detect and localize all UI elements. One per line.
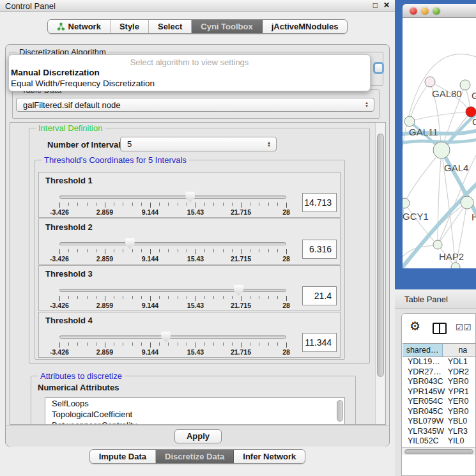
network-edge[interactable] xyxy=(404,203,438,245)
threshold-1-slider[interactable]: -3.4262.8599.14415.4321.71528 xyxy=(59,192,286,216)
cell-name[interactable]: YDR2 xyxy=(445,367,476,378)
slider-thumb[interactable] xyxy=(234,285,243,296)
threshold-2-value-field[interactable]: 6.316 xyxy=(302,240,337,259)
network-graph: GAL80GACGAL11GAL4GCY1HHAP2 xyxy=(403,18,476,268)
cell-shared-name[interactable]: YDL19… xyxy=(403,357,445,367)
gear-icon[interactable]: ⚙ xyxy=(410,319,420,334)
settings-scroll-area: Interval Definition Number of Intervals … xyxy=(10,122,386,425)
cell-shared-name[interactable]: YBR043C xyxy=(403,377,445,387)
menu-item-equal-width-frequency[interactable]: Equal Width/Frequency Discretization xyxy=(9,78,370,89)
cell-shared-name[interactable]: YER054C xyxy=(403,397,445,407)
slider-thumb[interactable] xyxy=(125,238,135,249)
cell-shared-name[interactable]: YLR345W xyxy=(403,427,445,437)
numerical-attributes-list[interactable]: SelfLoopsTopologicalCoefficientBetweenne… xyxy=(45,397,345,425)
slider-major-tick xyxy=(196,296,196,301)
table-row[interactable]: YDL19…YDL1 xyxy=(403,357,476,367)
slider-minor-tick xyxy=(77,296,78,299)
network-node[interactable] xyxy=(425,77,435,87)
attributes-list-scrollbar[interactable] xyxy=(337,400,343,422)
float-panel-icon[interactable]: □ xyxy=(373,1,378,10)
network-edge[interactable] xyxy=(410,82,430,121)
table-row[interactable]: YER054CYER0 xyxy=(403,397,476,407)
tab-jactivemnodules[interactable]: jActiveMNodules xyxy=(263,20,348,33)
slider-tick-label: 28 xyxy=(282,208,290,216)
cell-name[interactable]: YLR3 xyxy=(445,427,476,437)
tab-cyni-toolbox[interactable]: Cyni Toolbox xyxy=(192,20,262,33)
slider-thumb[interactable] xyxy=(185,192,195,203)
threshold-2-slider[interactable]: -3.4262.8599.14415.4321.71528 xyxy=(59,238,286,263)
settings-scrollbar[interactable] xyxy=(375,123,385,424)
attribute-list-item[interactable]: BetweennessCentrality xyxy=(45,420,344,425)
select-columns-checkboxes-icon[interactable]: ☑☑ xyxy=(456,323,472,332)
slider-minor-tick xyxy=(277,342,278,346)
table-row[interactable]: YBL079WYBL0 xyxy=(403,417,476,427)
cell-name[interactable]: YDL1 xyxy=(445,357,476,367)
table-horizontal-scrollbar[interactable] xyxy=(402,447,476,455)
network-canvas[interactable]: GAL80GACGAL11GAL4GCY1HHAP2 xyxy=(403,18,476,268)
network-node[interactable] xyxy=(451,263,460,268)
slider-minor-tick xyxy=(68,203,69,206)
threshold-4-slider[interactable]: -3.4262.8599.14415.4321.71528 xyxy=(59,332,286,356)
attribute-list-item[interactable]: TopologicalCoefficient xyxy=(45,409,344,420)
table-row[interactable]: YLR345WYLR3 xyxy=(403,427,476,437)
cell-shared-name[interactable]: YDR27… xyxy=(403,367,445,378)
algorithm-combobox-arrow[interactable] xyxy=(373,62,384,74)
network-edge[interactable] xyxy=(404,150,441,203)
cell-name[interactable]: YBR0 xyxy=(445,407,476,417)
column-header-shared-name[interactable]: shared… xyxy=(403,344,443,357)
number-of-intervals-combobox[interactable]: 5 ▲▼ xyxy=(120,137,277,151)
cell-shared-name[interactable]: YPR145W xyxy=(403,387,445,397)
threshold-1-value-field[interactable]: 14.713 xyxy=(302,193,337,212)
column-header-name[interactable]: na xyxy=(443,344,476,357)
table-row[interactable]: YIL052CYIL0 xyxy=(403,436,476,447)
network-edge[interactable] xyxy=(438,150,441,245)
table-row[interactable]: YPR145WYPR1 xyxy=(403,387,476,397)
network-node[interactable] xyxy=(404,116,415,127)
tab-impute-data[interactable]: Impute Data xyxy=(90,450,156,463)
zoom-window-icon[interactable] xyxy=(433,7,440,15)
network-node[interactable] xyxy=(466,107,476,117)
table-row[interactable]: YBR043CYBR0 xyxy=(403,377,476,387)
columns-icon[interactable] xyxy=(433,323,447,334)
close-window-icon[interactable] xyxy=(410,7,417,15)
slider-thumb[interactable] xyxy=(161,332,171,342)
tab-discretize-data[interactable]: Discretize Data xyxy=(156,450,234,463)
table-data-combobox[interactable]: galFiltered.sif default node ▲▼ xyxy=(16,98,374,112)
tab-infer-network[interactable]: Infer Network xyxy=(234,450,305,463)
cell-name[interactable]: YBL0 xyxy=(445,417,476,427)
cell-name[interactable]: YER0 xyxy=(445,397,476,407)
table-row[interactable]: YBR045CYBR0 xyxy=(403,407,476,417)
apply-button[interactable]: Apply xyxy=(174,429,222,443)
slider-minor-tick xyxy=(277,249,278,252)
slider-tick-label: -3.426 xyxy=(50,302,69,309)
slider-tick-label: 28 xyxy=(282,348,290,356)
slider-track xyxy=(59,335,286,339)
threshold-4-value-field[interactable]: 11.344 xyxy=(302,333,337,352)
network-node[interactable] xyxy=(403,198,410,208)
scrollbar-thumb[interactable] xyxy=(404,449,473,454)
network-node[interactable] xyxy=(461,196,473,209)
slider-minor-tick xyxy=(123,342,123,346)
minimize-window-icon[interactable] xyxy=(421,7,429,15)
cell-shared-name[interactable]: YIL052C xyxy=(403,436,445,447)
slider-tick-label: 28 xyxy=(282,255,290,263)
cell-shared-name[interactable]: YBR045C xyxy=(403,407,445,417)
network-window-titlebar[interactable] xyxy=(403,4,476,18)
network-node[interactable] xyxy=(433,142,450,158)
menu-item-manual-discretization[interactable]: Manual Discretization xyxy=(9,67,370,78)
cell-name[interactable]: YBR0 xyxy=(445,377,476,387)
attribute-list-item[interactable]: SelfLoops xyxy=(45,398,344,409)
network-edge[interactable] xyxy=(410,112,471,121)
threshold-3-slider[interactable]: -3.4262.8599.14415.4321.71528 xyxy=(59,285,286,309)
table-row[interactable]: YDR27…YDR2 xyxy=(403,367,476,378)
cell-name[interactable]: YIL0 xyxy=(445,436,476,447)
scrollbar-thumb[interactable] xyxy=(377,134,384,377)
tab-style[interactable]: Style xyxy=(111,20,149,33)
tab-select[interactable]: Select xyxy=(149,20,192,33)
cell-shared-name[interactable]: YBL079W xyxy=(403,417,445,427)
close-panel-icon[interactable]: ✕ xyxy=(383,1,390,10)
threshold-3-value-field[interactable]: 21.4 xyxy=(302,286,337,305)
tab-network[interactable]: Network xyxy=(48,20,111,33)
network-node[interactable] xyxy=(433,240,442,249)
cell-name[interactable]: YPR1 xyxy=(445,387,476,397)
